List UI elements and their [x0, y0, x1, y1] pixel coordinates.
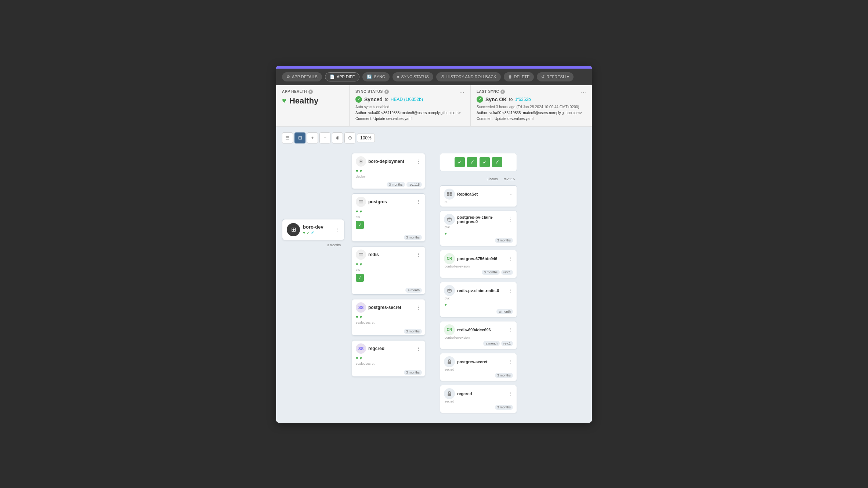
regcred-footer: 3 months — [352, 367, 425, 376]
redis-node[interactable]: redis ⋮ ♥ ♥ sts ✓ a month — [352, 246, 425, 295]
redis-cr-menu[interactable]: ⋮ — [509, 327, 513, 332]
app-diff-button[interactable]: 📄 APP DIFF — [325, 72, 359, 81]
synced-badge-icon: ✓ — [355, 96, 362, 103]
app-health-section: APP HEALTH i ♥ Healthy — [276, 85, 350, 126]
regcred-right-menu[interactable]: ⋮ — [509, 391, 513, 396]
redis-cr-footer: a month rev:1 — [444, 341, 513, 346]
app-menu-icon[interactable]: ⋮ — [334, 227, 340, 233]
sync-menu[interactable]: ⋯ — [459, 90, 464, 95]
sync-status-button[interactable]: ● SYNC STATUS — [393, 72, 433, 81]
replicaset-icon — [444, 189, 455, 200]
last-sync-info-icon: i — [500, 90, 505, 94]
postgres-secret-right-card[interactable]: postgres-secret ⋮ secret 3 months — [440, 353, 517, 381]
sync-info-icon: i — [384, 90, 389, 94]
redis-pvc-card[interactable]: redis-pv-claim-redis-0 ⋮ pvc ♥ a month — [440, 282, 517, 317]
status-bar: APP HEALTH i ♥ Healthy SYNC STATUS i ⋯ ✓… — [276, 85, 592, 127]
history-icon: ⏱ — [441, 74, 445, 79]
last-sync-label: LAST SYNC i — [477, 90, 505, 94]
ps-right-age-badge: 3 months — [495, 373, 513, 378]
postgres-pvc-card[interactable]: postgres-pv-claim-postgres-0 ⋮ pvc ♥ 3 m… — [440, 211, 517, 246]
redis-pvc-sub: pvc — [444, 296, 513, 300]
zoom-fit-button[interactable]: ⊖ — [344, 132, 355, 143]
sync-status-section: SYNC STATUS i ⋯ ✓ Synced to HEAD (1f6352… — [350, 85, 471, 126]
redis-pvc-menu[interactable]: ⋮ — [509, 288, 513, 293]
postgres-age-badge: 3 months — [404, 235, 422, 240]
postgres-secret-right-menu[interactable]: ⋮ — [509, 359, 513, 364]
replicaset-card[interactable]: ReplicaSet ↔ rs — [440, 185, 517, 207]
postgres-cr-menu[interactable]: ⋮ — [509, 256, 513, 261]
postgres-secret-icon: SS — [356, 302, 366, 313]
deploy-status: ♥ ♥ — [352, 168, 425, 175]
last-sync-row: ✓ Sync OK to 1f6352b — [477, 96, 586, 103]
sync-commit-link[interactable]: HEAD (1f6352b) — [391, 97, 423, 102]
rc-sync-icon: ♥ — [360, 356, 362, 360]
deploy-menu-icon[interactable]: ⋮ — [416, 159, 421, 164]
svg-rect-2 — [359, 200, 363, 201]
regcred-node[interactable]: SS regcred ⋮ ♥ ♥ sealedsecret 3 months — [352, 340, 425, 377]
svg-rect-5 — [447, 192, 449, 194]
check4-icon: ✓ — [492, 157, 502, 167]
postgres-cr-icon: CR — [444, 253, 455, 264]
postgres-pvc-menu[interactable]: ⋮ — [509, 217, 513, 222]
regcred-right-title: regcred — [457, 392, 506, 396]
deploy-icon — [356, 156, 366, 167]
zoom-out-button[interactable]: − — [319, 132, 330, 143]
delete-button[interactable]: 🗑 DELETE — [504, 72, 534, 81]
svg-rect-6 — [450, 192, 452, 194]
postgres-secret-menu-icon[interactable]: ⋮ — [416, 305, 421, 310]
redis-cr-card[interactable]: CR redis-6994dcc696 ⋮ controllerrevision… — [440, 321, 517, 349]
sync-button[interactable]: 🔄 SYNC — [362, 72, 390, 81]
app-details-button[interactable]: ⚙ APP DETAILS — [282, 72, 322, 81]
fit-button[interactable]: ⊕ — [332, 132, 343, 143]
app-sync-icon: ✓ — [307, 230, 310, 235]
postgres-secret-status: ♥ ♥ — [352, 314, 425, 321]
list-view-button[interactable]: ☰ — [282, 132, 293, 143]
regcred-status: ♥ ♥ — [352, 355, 425, 362]
zoom-in-button[interactable]: + — [307, 132, 318, 143]
right-column: ✓ ✓ ✓ ✓ 3 hours rev:115 ReplicaSet — [440, 153, 517, 413]
regcred-right-card[interactable]: regcred ⋮ secret 3 months — [440, 385, 517, 413]
postgres-secret-node[interactable]: SS postgres-secret ⋮ ♥ ♥ sealedsecret 3 … — [352, 299, 425, 336]
redis-pvc-heart-icon: ♥ — [445, 303, 447, 307]
graph-view-button[interactable]: ⊞ — [294, 132, 305, 143]
deploy-sub: deploy — [352, 175, 425, 179]
deploy-footer: 3 months rev:115 — [352, 179, 425, 189]
boro-deployment-node[interactable]: boro-deployment ⋮ ♥ ♥ deploy 3 months re… — [352, 153, 425, 189]
svg-point-9 — [448, 217, 452, 219]
redis-cr-sub: controllerrevision — [444, 336, 513, 339]
postgres-sync-icon: ♥ — [360, 209, 362, 214]
redis-menu-icon[interactable]: ⋮ — [416, 252, 421, 258]
postgres-icon — [356, 197, 366, 207]
regcred-menu-icon[interactable]: ⋮ — [416, 346, 421, 352]
postgres-cr-footer: 3 months rev:1 — [444, 270, 513, 275]
app-heart-icon: ♥ — [303, 230, 305, 235]
deploy-title: boro-deployment — [368, 159, 414, 164]
sync-status-icon: ● — [397, 74, 399, 79]
sync-status-label: SYNC STATUS i — [355, 90, 389, 94]
redis-heart-icon: ♥ — [356, 262, 358, 266]
refresh-button[interactable]: ↺ REFRESH ▾ — [537, 72, 574, 81]
deploy-rev-badge: rev:115 — [406, 182, 422, 187]
zoom-level: 100% — [357, 134, 375, 142]
ps-sync-icon: ♥ — [360, 315, 362, 319]
postgres-menu-icon[interactable]: ⋮ — [416, 199, 421, 205]
boro-dev-node[interactable]: ⊞ boro-dev ♥ ✓ ⤢ ⋮ — [282, 219, 344, 240]
last-sync-menu[interactable]: ⋯ — [581, 90, 586, 95]
app-diff-icon: 📄 — [330, 74, 335, 79]
replicaset-expand: ↔ — [510, 192, 513, 196]
svg-rect-7 — [447, 194, 449, 196]
postgres-node[interactable]: postgres ⋮ ♥ ♥ sts ✓ 3 months — [352, 193, 425, 242]
app-health-label: APP HEALTH i — [282, 90, 343, 94]
postgres-cr-card[interactable]: CR postgres-6756bfc946 ⋮ controllerrevis… — [440, 250, 517, 278]
postgres-pvc-icon — [444, 214, 455, 225]
postgres-pvc-title: postgres-pv-claim-postgres-0 — [457, 215, 506, 224]
postgres-secret-right-footer: 3 months — [444, 373, 513, 378]
last-sync-commit-link[interactable]: 1f6352b — [515, 97, 531, 102]
redis-footer: a month — [352, 285, 425, 294]
postgres-secret-right-icon — [444, 356, 455, 367]
history-button[interactable]: ⏱ HISTORY AND ROLLBACK — [436, 72, 501, 81]
svg-rect-4 — [359, 253, 363, 254]
deploy-sync-icon: ♥ — [360, 169, 362, 173]
redis-pvc-footer: a month — [444, 309, 513, 314]
synced-row: ✓ Synced to HEAD (1f6352b) — [355, 96, 464, 103]
